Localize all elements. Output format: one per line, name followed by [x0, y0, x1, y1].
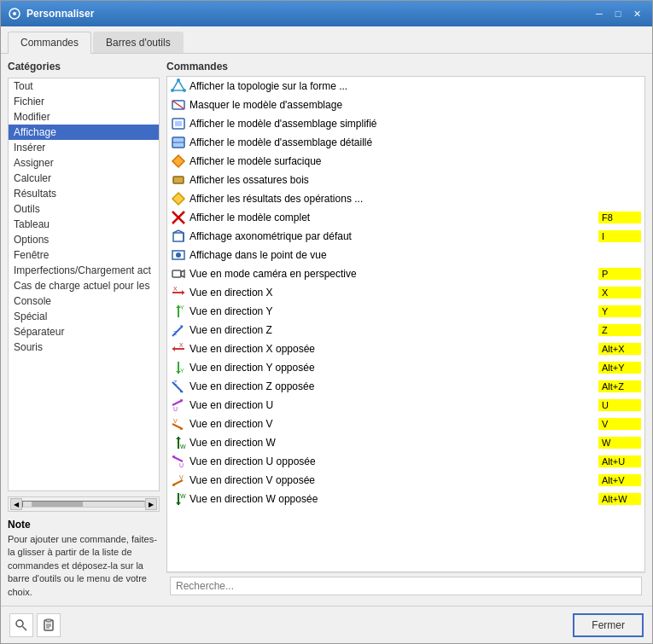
svg-text:V: V [179, 474, 184, 480]
command-label: Masquer le modèle d'assemblage [189, 99, 641, 111]
category-item[interactable]: Séparateur [9, 324, 159, 339]
command-icon: Z [171, 379, 186, 394]
svg-point-18 [176, 252, 181, 258]
command-item[interactable]: Afficher les ossatures bois [167, 171, 644, 189]
command-label: Vue en direction V opposée [189, 474, 598, 486]
category-item[interactable]: Outils [9, 201, 159, 217]
category-item[interactable]: Options [9, 232, 159, 247]
command-item[interactable]: VVue en direction VV [167, 415, 644, 433]
svg-marker-22 [182, 290, 184, 295]
category-item[interactable]: Résultats [9, 186, 159, 201]
category-item[interactable]: Fichier [9, 94, 159, 109]
minimize-button[interactable]: ─ [591, 6, 608, 21]
command-label: Vue en direction Y [189, 305, 598, 317]
main-window: Personnaliser ─ □ ✕ Commandes Barres d'o… [0, 0, 653, 644]
command-item[interactable]: Afficher les résultats des opérations ..… [167, 189, 644, 208]
svg-point-57 [16, 620, 23, 627]
command-item[interactable]: Afficher le modèle surfacique [167, 152, 644, 171]
commands-title: Commandes [166, 61, 645, 73]
title-bar: Personnaliser ─ □ ✕ [1, 1, 652, 26]
command-item[interactable]: YVue en direction Y opposéeAlt+Y [167, 358, 644, 377]
category-item[interactable]: Imperfections/Chargement act [9, 263, 159, 278]
command-icon [171, 247, 186, 263]
svg-point-4 [183, 89, 186, 92]
horizontal-scrollbar[interactable]: ◀ ▶ [8, 496, 160, 512]
category-item[interactable]: Modifier [9, 109, 159, 125]
command-label: Vue en direction Z opposée [189, 380, 598, 392]
command-item[interactable]: WVue en direction W opposéeAlt+W [167, 490, 644, 508]
command-item[interactable]: ZVue en direction Z opposéeAlt+Z [167, 377, 644, 396]
command-icon: X [171, 341, 186, 357]
scrollbar-track [22, 501, 145, 508]
category-item[interactable]: Affichage [9, 125, 159, 140]
categories-title: Catégories [8, 61, 160, 73]
clipboard-icon-button[interactable] [37, 613, 61, 637]
command-icon [171, 266, 186, 281]
command-icon [171, 172, 186, 188]
categories-list: ToutFichierModifierAffichageInsérerAssig… [8, 78, 160, 491]
close-button[interactable]: Fermer [573, 613, 644, 637]
command-shortcut: X [598, 287, 641, 299]
command-label: Vue en direction W opposée [189, 493, 598, 505]
command-icon: U [171, 454, 186, 469]
command-item[interactable]: YVue en direction YY [167, 302, 644, 321]
command-item[interactable]: Afficher le modèle d'assemblage détaillé [167, 133, 644, 152]
scroll-right-arrow[interactable]: ▶ [145, 498, 157, 510]
command-item[interactable]: Affichage axonométrique par défautI [167, 227, 644, 246]
command-shortcut: I [598, 230, 641, 242]
category-item[interactable]: Spécial [9, 309, 159, 324]
svg-text:V: V [173, 418, 178, 424]
command-item[interactable]: Afficher le modèle d'assemblage simplifi… [167, 114, 644, 133]
command-shortcut: Y [598, 305, 641, 317]
scroll-left-arrow[interactable]: ◀ [10, 498, 22, 510]
command-item[interactable]: Affichage dans le point de vue [167, 246, 644, 264]
command-shortcut: Alt+Y [598, 362, 641, 374]
command-label: Vue en direction Z [189, 324, 598, 336]
command-icon: W [171, 435, 186, 450]
category-item[interactable]: Tout [9, 78, 159, 94]
tabs-bar: Commandes Barres d'outils [1, 26, 652, 54]
command-item[interactable]: Vue en mode caméra en perspectiveP [167, 264, 644, 283]
command-label: Vue en direction X opposée [189, 343, 598, 355]
command-label: Vue en mode caméra en perspective [189, 268, 598, 280]
svg-marker-46 [176, 437, 181, 439]
command-item[interactable]: UVue en direction UU [167, 396, 644, 415]
search-icon-button[interactable] [9, 613, 33, 637]
command-item[interactable]: Afficher la topologie sur la forme ... [167, 77, 644, 96]
tab-barres-outils[interactable]: Barres d'outils [93, 32, 184, 53]
svg-marker-55 [176, 502, 181, 505]
command-item[interactable]: ZVue en direction ZZ [167, 321, 644, 339]
close-window-button[interactable]: ✕ [628, 6, 645, 21]
title-bar-left: Personnaliser [8, 7, 94, 20]
svg-text:Z: Z [173, 330, 178, 336]
category-item[interactable]: Insérer [9, 140, 159, 155]
command-item[interactable]: Masquer le modèle d'assemblage [167, 96, 644, 114]
command-item[interactable]: VVue en direction V opposéeAlt+V [167, 471, 644, 490]
command-label: Vue en direction V [189, 418, 598, 430]
maximize-button[interactable]: □ [609, 6, 627, 21]
commands-list[interactable]: Afficher la topologie sur la forme ...Ma… [167, 77, 644, 571]
command-item[interactable]: UVue en direction U opposéeAlt+U [167, 452, 644, 471]
command-item[interactable]: XVue en direction XX [167, 283, 644, 302]
command-item[interactable]: Afficher le modèle completF8 [167, 208, 644, 227]
category-item[interactable]: Calculer [9, 171, 159, 186]
category-item[interactable]: Souris [9, 339, 159, 355]
command-item[interactable]: XVue en direction X opposéeAlt+X [167, 339, 644, 358]
category-item[interactable]: Console [9, 293, 159, 309]
bottom-bar: Fermer [1, 606, 652, 643]
command-icon: Y [171, 304, 186, 319]
search-input[interactable] [170, 577, 642, 595]
command-icon: X [171, 285, 186, 300]
category-item[interactable]: Fenêtre [9, 247, 159, 263]
command-shortcut: P [598, 268, 641, 280]
window-controls: ─ □ ✕ [591, 6, 645, 21]
category-item[interactable]: Cas de charge actuel pour les [9, 278, 159, 293]
command-icon: V [171, 416, 186, 432]
command-item[interactable]: WVue en direction WW [167, 433, 644, 452]
command-shortcut: Alt+Z [598, 380, 641, 392]
category-item[interactable]: Tableau [9, 217, 159, 232]
scrollbar-thumb [32, 502, 83, 507]
tab-commandes[interactable]: Commandes [8, 32, 91, 54]
category-item[interactable]: Assigner [9, 155, 159, 171]
command-shortcut: Alt+X [598, 343, 641, 355]
